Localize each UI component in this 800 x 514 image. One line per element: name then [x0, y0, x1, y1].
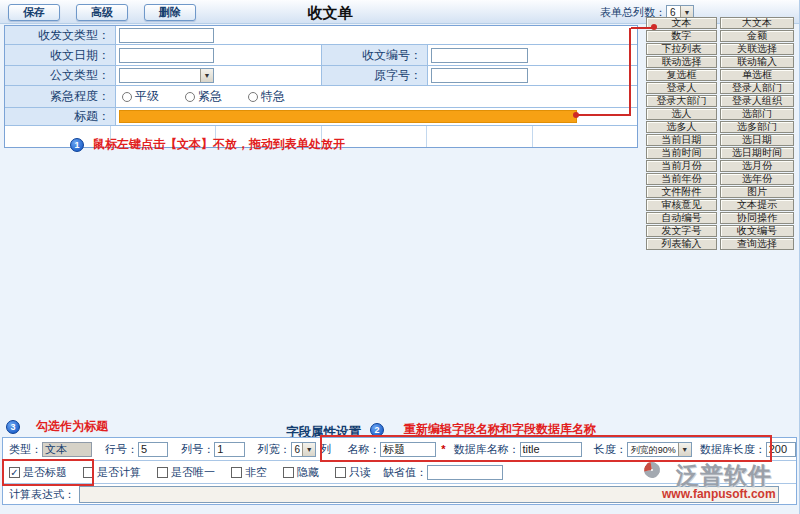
palette-item-login-bigdept[interactable]: 登录大部门 — [646, 95, 717, 107]
palette-item-list-input[interactable]: 列表输入 — [646, 238, 717, 250]
checkbox-hidden[interactable]: 隐藏 — [283, 465, 319, 480]
palette-item-related-select[interactable]: 关联选择 — [720, 43, 794, 55]
form-designer-screen: 保存 高级 删除 收文单 表单总列数： 6 ▼ 收发文类型： 收文日期： 收文编… — [0, 0, 800, 514]
doc-type-select[interactable]: ▼ — [119, 68, 214, 83]
form-row-title: 标题： — [5, 108, 637, 126]
form-row-receive-send-type: 收发文类型： — [5, 26, 637, 45]
palette-item-dispatch-no[interactable]: 发文字号 — [646, 225, 717, 237]
palette-item-amount[interactable]: 金额 — [720, 30, 794, 42]
palette-item-number[interactable]: 数字 — [646, 30, 717, 42]
row-number-input[interactable]: 5 — [138, 442, 168, 457]
db-length-label: 数据库长度： — [700, 442, 766, 457]
drag-source-dot-icon — [651, 24, 657, 30]
palette-item-auto-number[interactable]: 自动编号 — [646, 212, 717, 224]
title-field-drop-target[interactable] — [119, 110, 577, 123]
palette-item-collaboration[interactable]: 协同操作 — [720, 212, 794, 224]
radio-icon[interactable] — [185, 92, 195, 102]
chevron-down-icon[interactable]: ▼ — [302, 443, 315, 456]
length-select[interactable]: 列宽的90% ▼ — [627, 442, 692, 457]
step2-badge: 2 — [370, 423, 384, 437]
checkbox-icon[interactable] — [283, 467, 294, 478]
palette-item-pick-datetime[interactable]: 选日期时间 — [720, 147, 794, 159]
empty-cell[interactable] — [533, 126, 638, 147]
checkbox-icon[interactable]: ✓ — [9, 467, 20, 478]
palette-item-query-select[interactable]: 查询选择 — [720, 238, 794, 250]
receive-date-input[interactable] — [119, 48, 214, 63]
receive-send-type-input[interactable] — [119, 28, 214, 43]
receive-no-label: 收文编号： — [322, 45, 428, 65]
field-name-input[interactable]: 标题 — [380, 442, 436, 457]
form-row-doc-type: 公文类型： ▼ 原字号： — [5, 66, 637, 86]
palette-item-pick-dept[interactable]: 选部门 — [720, 108, 794, 120]
palette-item-pick-year[interactable]: 选年份 — [720, 173, 794, 185]
checkbox-icon[interactable] — [83, 467, 94, 478]
palette-item-login-dept[interactable]: 登录人部门 — [720, 82, 794, 94]
db-name-input[interactable]: title — [520, 442, 582, 457]
palette-item-pick-depts[interactable]: 选多部门 — [720, 121, 794, 133]
urgency-option-urgent[interactable]: 紧急 — [185, 88, 222, 105]
delete-button[interactable]: 删除 — [144, 4, 196, 21]
annotation-step3: 3 勾选作为标题 — [6, 418, 108, 435]
col-width-suffix: 列 — [320, 442, 331, 457]
palette-item-linked-input[interactable]: 联动输入 — [720, 56, 794, 68]
palette-item-review-opinion[interactable]: 审核意见 — [646, 199, 717, 211]
radio-icon[interactable] — [122, 92, 132, 102]
palette-item-checkbox[interactable]: 复选框 — [646, 69, 717, 81]
checkbox-readonly[interactable]: 只读 — [335, 465, 371, 480]
advanced-button[interactable]: 高级 — [76, 4, 128, 21]
chevron-down-icon[interactable]: ▼ — [200, 69, 213, 82]
urgency-option-extra-urgent[interactable]: 特急 — [248, 88, 285, 105]
col-width-select[interactable]: 6 ▼ — [291, 442, 317, 457]
db-length-input[interactable]: 200 — [766, 442, 796, 457]
palette-item-radio[interactable]: 单选框 — [720, 69, 794, 81]
empty-cell[interactable] — [427, 126, 533, 147]
palette-item-login-org[interactable]: 登录人组织 — [720, 95, 794, 107]
palette-item-pick-user[interactable]: 选人 — [646, 108, 717, 120]
receive-no-input[interactable] — [431, 48, 528, 63]
palette-item-attachment[interactable]: 文件附件 — [646, 186, 717, 198]
document-form: 收发文类型： 收文日期： 收文编号： 公文类型： ▼ 原字号： 紧急程度： — [4, 25, 638, 148]
default-value-label: 缺省值： — [383, 465, 427, 480]
step1-text: 鼠标左键点击【文本】不放，拖动到表单处放开 — [93, 136, 345, 153]
checkbox-is-unique[interactable]: 是否唯一 — [157, 465, 215, 480]
annotation-step1: 1 鼠标左键点击【文本】不放，拖动到表单处放开 — [70, 136, 345, 153]
checkbox-icon[interactable] — [157, 467, 168, 478]
checkbox-icon[interactable] — [335, 467, 346, 478]
palette-item-current-year[interactable]: 当前年份 — [646, 173, 717, 185]
col-number-input[interactable]: 1 — [214, 442, 244, 457]
palette-item-pick-users[interactable]: 选多人 — [646, 121, 717, 133]
row-number-label: 行号： — [105, 442, 138, 457]
default-value-input[interactable] — [427, 465, 503, 480]
doc-type-value — [120, 69, 200, 82]
checkbox-not-null[interactable]: 非空 — [231, 465, 267, 480]
col-width-label: 列宽： — [258, 442, 291, 457]
origin-no-input[interactable] — [431, 68, 528, 83]
chevron-down-icon[interactable]: ▼ — [678, 443, 691, 456]
palette-item-pick-date[interactable]: 选日期 — [720, 134, 794, 146]
type-label: 类型： — [9, 442, 42, 457]
save-button[interactable]: 保存 — [8, 4, 60, 21]
step1-badge: 1 — [70, 138, 84, 152]
palette-item-current-date[interactable]: 当前日期 — [646, 134, 717, 146]
checkbox-is-title[interactable]: ✓ 是否标题 — [9, 465, 67, 480]
palette-item-receive-no[interactable]: 收文编号 — [720, 225, 794, 237]
receive-date-label: 收文日期： — [5, 45, 116, 65]
checkbox-icon[interactable] — [231, 467, 242, 478]
palette-item-current-month[interactable]: 当前月份 — [646, 160, 717, 172]
palette-item-text-hint[interactable]: 文本提示 — [720, 199, 794, 211]
palette-item-pick-month[interactable]: 选月份 — [720, 160, 794, 172]
checkbox-is-computed[interactable]: 是否计算 — [83, 465, 141, 480]
form-row-receive-date: 收文日期： 收文编号： — [5, 45, 637, 66]
palette-item-bigtext[interactable]: 大文本 — [720, 17, 794, 29]
field-name-label: 名称： — [347, 442, 380, 457]
col-width-value: 6 — [292, 443, 303, 456]
radio-icon[interactable] — [248, 92, 258, 102]
palette-item-dropdown[interactable]: 下拉列表 — [646, 43, 717, 55]
palette-item-current-time[interactable]: 当前时间 — [646, 147, 717, 159]
palette-item-login-user[interactable]: 登录人 — [646, 82, 717, 94]
step3-text: 勾选作为标题 — [36, 418, 108, 435]
urgency-option-normal[interactable]: 平级 — [122, 88, 159, 105]
type-value-box: 文本 — [42, 442, 92, 457]
palette-item-linked-select[interactable]: 联动选择 — [646, 56, 717, 68]
palette-item-image[interactable]: 图片 — [720, 186, 794, 198]
